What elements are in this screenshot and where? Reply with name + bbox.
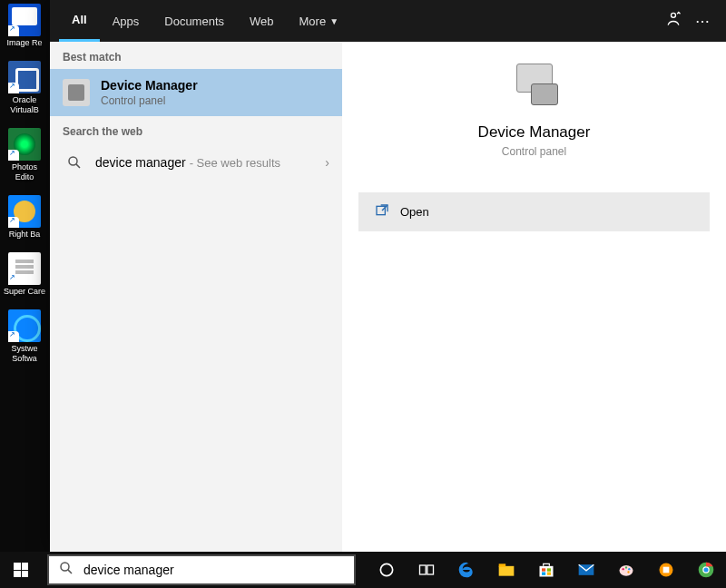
svg-rect-15 — [547, 573, 551, 575]
search-input[interactable] — [83, 563, 345, 577]
desktop: Image Re Oracle VirtualB Photos Edito Ri… — [0, 0, 50, 552]
app-icon[interactable] — [646, 552, 686, 588]
svg-point-26 — [704, 568, 709, 573]
svg-rect-3 — [377, 206, 385, 214]
tab-web[interactable]: Web — [237, 0, 287, 42]
svg-point-0 — [672, 13, 676, 17]
taskbar — [0, 552, 726, 588]
chevron-right-icon: › — [325, 155, 329, 170]
svg-point-1 — [69, 157, 77, 165]
results-list: Best match Device Manager Control panel … — [50, 42, 342, 552]
svg-rect-13 — [547, 568, 551, 571]
desktop-icon-systweak-software[interactable]: Systwe Softwa — [2, 309, 47, 364]
svg-line-2 — [76, 164, 80, 168]
desktop-icon-oracle-virtualbox[interactable]: Oracle VirtualB — [2, 61, 47, 115]
file-explorer-icon[interactable] — [486, 552, 526, 588]
svg-rect-10 — [499, 564, 506, 566]
tab-documents[interactable]: Documents — [152, 0, 237, 42]
paint-icon[interactable] — [606, 552, 646, 588]
tab-apps[interactable]: Apps — [100, 0, 152, 42]
desktop-icon-right-backup[interactable]: Right Ba — [2, 195, 47, 240]
tab-more[interactable]: More▼ — [287, 0, 352, 42]
desktop-icon-photos-editor[interactable]: Photos Edito — [2, 128, 47, 182]
feedback-icon[interactable] — [659, 10, 688, 32]
search-icon — [63, 154, 86, 171]
taskbar-search-box[interactable] — [47, 554, 356, 585]
search-icon — [58, 560, 74, 580]
task-view-icon[interactable] — [407, 552, 446, 588]
svg-point-4 — [61, 563, 69, 571]
svg-rect-9 — [499, 566, 515, 576]
microsoft-store-icon[interactable] — [526, 552, 566, 588]
tab-all[interactable]: All — [59, 0, 100, 42]
svg-rect-23 — [663, 567, 670, 573]
start-search-panel: All Apps Documents Web More▼ ⋯ Best matc… — [50, 0, 726, 552]
edge-icon[interactable] — [446, 552, 486, 588]
svg-rect-7 — [420, 565, 427, 574]
web-search-hint: - See web results — [190, 156, 280, 170]
svg-point-6 — [380, 564, 392, 575]
result-device-manager[interactable]: Device Manager Control panel — [50, 69, 342, 116]
chevron-down-icon: ▼ — [329, 16, 338, 26]
svg-point-21 — [627, 571, 629, 573]
desktop-icon-super-care[interactable]: Super Care — [2, 252, 47, 297]
svg-line-5 — [68, 570, 72, 573]
windows-logo-icon — [14, 563, 28, 577]
svg-point-19 — [625, 566, 627, 568]
web-search-query: device manager — [95, 155, 186, 170]
svg-rect-8 — [427, 565, 434, 574]
more-options-icon[interactable]: ⋯ — [688, 13, 717, 30]
svg-rect-11 — [540, 566, 554, 577]
device-manager-large-icon — [507, 64, 562, 111]
open-action[interactable]: Open — [358, 192, 710, 231]
cortana-icon[interactable] — [367, 552, 407, 588]
start-button[interactable] — [0, 552, 42, 588]
result-subtitle: Control panel — [101, 94, 198, 107]
search-web-header: Search the web — [50, 116, 342, 143]
svg-point-18 — [623, 568, 624, 570]
result-preview-pane: Device Manager Control panel Open — [342, 42, 726, 552]
search-filter-tabs: All Apps Documents Web More▼ ⋯ — [50, 0, 726, 42]
svg-rect-14 — [542, 573, 545, 575]
preview-subtitle: Control panel — [342, 145, 726, 158]
svg-rect-12 — [542, 568, 545, 571]
preview-title: Device Manager — [342, 123, 726, 142]
web-search-result[interactable]: device manager - See web results › — [50, 143, 342, 181]
open-icon — [375, 203, 389, 220]
best-match-header: Best match — [50, 42, 342, 69]
svg-point-20 — [628, 568, 630, 570]
open-label: Open — [400, 205, 429, 219]
result-title: Device Manager — [101, 78, 198, 93]
device-manager-icon — [63, 79, 90, 106]
desktop-icon-image-resizer[interactable]: Image Re — [2, 4, 47, 48]
chrome-icon[interactable] — [686, 552, 726, 588]
mail-icon[interactable] — [566, 552, 606, 588]
